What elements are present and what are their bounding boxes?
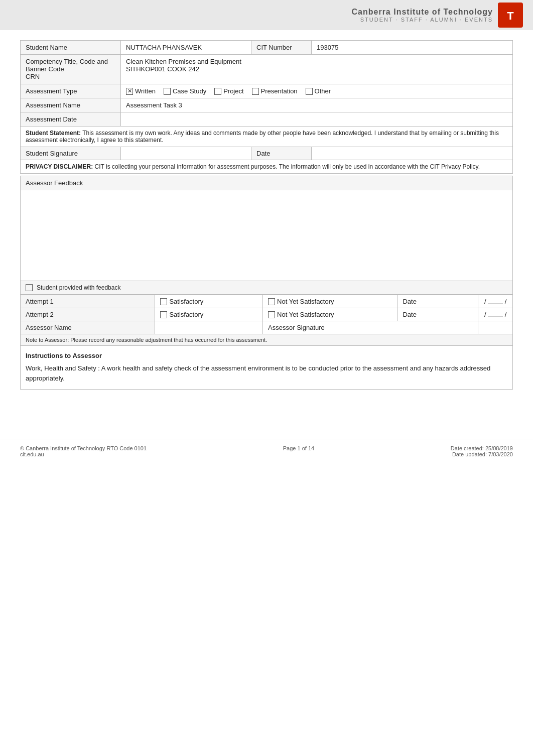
project-label: Project xyxy=(223,87,243,95)
project-checkbox-item: Project xyxy=(214,87,243,95)
assessment-type-label: Assessment Type xyxy=(21,84,121,98)
svg-text:T: T xyxy=(507,10,514,22)
attempt1-nys-cell: Not Yet Satisfactory xyxy=(263,295,397,308)
written-checkbox[interactable] xyxy=(126,88,133,95)
cit-number-value: 193075 xyxy=(312,41,513,55)
student-signature-label: Student Signature xyxy=(21,147,121,160)
attempt1-slash-cell: / / xyxy=(478,295,513,308)
logo-line1: Canberra Institute of Technology xyxy=(352,8,493,17)
assessor-signature-label: Assessor Signature xyxy=(263,321,478,334)
other-checkbox[interactable] xyxy=(306,88,313,95)
case-study-checkbox-item: Case Study xyxy=(164,87,206,95)
attempt2-satisfactory-cell: Satisfactory xyxy=(155,308,263,321)
student-signature-value[interactable] xyxy=(121,147,251,160)
presentation-checkbox[interactable] xyxy=(252,88,259,95)
footer-copyright: © Canberra Institute of Technology RTO C… xyxy=(20,445,147,451)
assessment-date-label: Assessment Date xyxy=(21,112,121,127)
student-feedback-check-row: Student provided with feedback xyxy=(20,281,513,295)
attempt2-nys-checkbox[interactable] xyxy=(268,311,275,318)
competency-value: Clean Kitchen Premises and Equipment SIT… xyxy=(121,55,513,84)
assessment-date-row: Assessment Date xyxy=(21,112,513,127)
footer-center: Page 1 of 14 xyxy=(283,445,314,457)
date-value[interactable] xyxy=(312,147,513,160)
footer-date-updated: Date updated: 7/03/2020 xyxy=(451,451,513,457)
student-statement-row: Student Statement: This assessment is my… xyxy=(21,127,513,147)
student-name-label: Student Name xyxy=(21,41,121,55)
instructions-section: Instructions to Assessor Work, Health an… xyxy=(20,346,513,390)
attempt2-satisfactory-label: Satisfactory xyxy=(169,311,203,318)
note-text: Note to Assessor: Please record any reas… xyxy=(21,334,513,346)
logo-block: Canberra Institute of Technology STUDENT… xyxy=(352,3,523,28)
assessment-name-label: Assessment Name xyxy=(21,98,121,112)
student-info-table: Student Name NUTTACHA PHANSAVEK CIT Numb… xyxy=(20,40,513,174)
note-row: Note to Assessor: Please record any reas… xyxy=(21,334,513,346)
assessment-date-value xyxy=(121,112,513,127)
instructions-title: Instructions to Assessor xyxy=(26,352,507,359)
assessment-name-row: Assessment Name Assessment Task 3 xyxy=(21,98,513,112)
privacy-text: CIT is collecting your personal informat… xyxy=(95,163,480,170)
logo-line2: STUDENT · STAFF · ALUMNI · EVENTS xyxy=(352,17,493,23)
assessor-row: Assessor Name Assessor Signature xyxy=(21,321,513,334)
attempt1-date-cell: Date xyxy=(397,295,478,308)
attempt2-row: Attempt 2 Satisfactory Not Yet Satisfact… xyxy=(21,308,513,321)
student-statement-label: Student Statement: xyxy=(26,130,81,137)
date-label: Date xyxy=(251,147,312,160)
attempt1-date-label: Date xyxy=(403,298,416,305)
case-study-label: Case Study xyxy=(173,87,206,95)
assessor-signature-value[interactable] xyxy=(478,321,513,334)
attempt1-row: Attempt 1 Satisfactory Not Yet Satisfact… xyxy=(21,295,513,308)
attempt2-label: Attempt 2 xyxy=(21,308,155,321)
student-name-value: NUTTACHA PHANSAVEK xyxy=(121,41,251,55)
feedback-body[interactable] xyxy=(21,190,512,281)
cit-number-label: CIT Number xyxy=(251,41,312,55)
attempt1-satisfactory-cell: Satisfactory xyxy=(155,295,263,308)
assessment-type-value: Written Case Study Project Presentation xyxy=(121,84,513,98)
student-feedback-checkbox[interactable] xyxy=(26,284,33,291)
footer-website[interactable]: cit.edu.au xyxy=(20,451,147,457)
attempt1-satisfactory-item: Satisfactory xyxy=(160,298,257,305)
student-statement-cell: Student Statement: This assessment is my… xyxy=(21,127,513,147)
assessment-type-checkboxes: Written Case Study Project Presentation xyxy=(126,87,507,95)
footer-left: © Canberra Institute of Technology RTO C… xyxy=(20,445,147,457)
page-content: Student Name NUTTACHA PHANSAVEK CIT Numb… xyxy=(0,30,533,410)
assessor-name-value[interactable] xyxy=(155,321,263,334)
attempt2-nys-cell: Not Yet Satisfactory xyxy=(263,308,397,321)
cit-logo-icon: T xyxy=(498,3,523,28)
project-checkbox[interactable] xyxy=(214,88,221,95)
attempt1-nys-label: Not Yet Satisfactory xyxy=(277,298,334,305)
attempt2-date-label: Date xyxy=(403,311,416,318)
feedback-section: Assessor Feedback xyxy=(20,176,513,281)
logo-text: Canberra Institute of Technology STUDENT… xyxy=(352,8,493,23)
student-name-row: Student Name NUTTACHA PHANSAVEK CIT Numb… xyxy=(21,41,513,55)
attempt1-nys-checkbox[interactable] xyxy=(268,298,275,305)
competency-label: Competency Title, Code and Banner Code C… xyxy=(21,55,121,84)
footer-page: Page 1 of 14 xyxy=(283,445,314,451)
attempt1-satisfactory-label: Satisfactory xyxy=(169,298,203,305)
written-checkbox-item: Written xyxy=(126,87,156,95)
presentation-label: Presentation xyxy=(261,87,298,95)
competency-row: Competency Title, Code and Banner Code C… xyxy=(21,55,513,84)
other-checkbox-item: Other xyxy=(306,87,331,95)
attempt2-date-cell: Date xyxy=(397,308,478,321)
instructions-body: Work, Health and Safety : A work health … xyxy=(26,363,507,383)
attempt1-nys-item: Not Yet Satisfactory xyxy=(268,298,392,305)
attempt2-satisfactory-item: Satisfactory xyxy=(160,311,257,318)
footer: © Canberra Institute of Technology RTO C… xyxy=(0,440,533,462)
assessment-type-row: Assessment Type Written Case Study Proje… xyxy=(21,84,513,98)
student-feedback-label: Student provided with feedback xyxy=(37,284,120,291)
other-label: Other xyxy=(315,87,331,95)
attempt-table: Attempt 1 Satisfactory Not Yet Satisfact… xyxy=(20,295,513,346)
privacy-cell: PRIVACY DISCLAIMER: CIT is collecting yo… xyxy=(21,160,513,174)
student-statement-text: This assessment is my own work. Any idea… xyxy=(26,130,499,144)
assessment-name-value: Assessment Task 3 xyxy=(121,98,513,112)
attempt2-satisfactory-checkbox[interactable] xyxy=(160,311,167,318)
assessor-name-label: Assessor Name xyxy=(21,321,155,334)
footer-date-created: Date created: 25/08/2019 xyxy=(451,445,513,451)
written-label: Written xyxy=(135,87,156,95)
header: Canberra Institute of Technology STUDENT… xyxy=(0,0,533,30)
feedback-label: Assessor Feedback xyxy=(21,176,512,190)
privacy-label: PRIVACY DISCLAIMER: xyxy=(26,163,93,170)
case-study-checkbox[interactable] xyxy=(164,88,171,95)
attempt1-label: Attempt 1 xyxy=(21,295,155,308)
attempt1-satisfactory-checkbox[interactable] xyxy=(160,298,167,305)
